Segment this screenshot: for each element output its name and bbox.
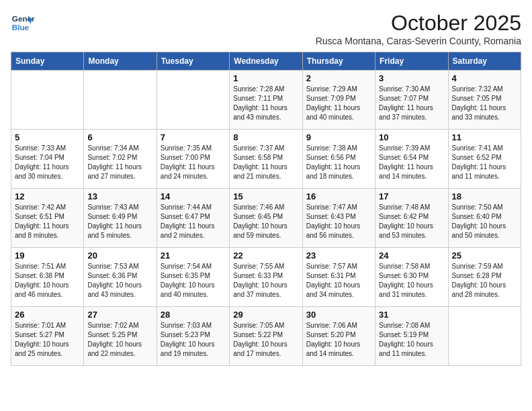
weekday-header-thursday: Thursday — [302, 52, 375, 71]
calendar-cell: 16Sunrise: 7:47 AM Sunset: 6:43 PM Dayli… — [302, 189, 375, 248]
calendar-cell — [11, 71, 84, 130]
title-block: October 2025 Rusca Montana, Caras-Severi… — [316, 11, 521, 46]
day-number: 8 — [233, 132, 298, 142]
calendar-week-row: 12Sunrise: 7:42 AM Sunset: 6:51 PM Dayli… — [11, 189, 521, 248]
weekday-header-monday: Monday — [84, 52, 157, 71]
weekday-header-sunday: Sunday — [11, 52, 84, 71]
day-info: Sunrise: 7:41 AM Sunset: 6:52 PM Dayligh… — [452, 144, 517, 181]
day-info: Sunrise: 7:57 AM Sunset: 6:31 PM Dayligh… — [306, 262, 371, 300]
day-number: 19 — [15, 250, 80, 261]
day-info: Sunrise: 7:43 AM Sunset: 6:49 PM Dayligh… — [87, 203, 152, 240]
day-number: 9 — [306, 132, 371, 142]
day-number: 5 — [15, 132, 80, 142]
day-info: Sunrise: 7:32 AM Sunset: 7:05 PM Dayligh… — [452, 85, 517, 122]
calendar-cell — [84, 71, 157, 130]
day-number: 26 — [15, 310, 80, 320]
day-info: Sunrise: 7:39 AM Sunset: 6:54 PM Dayligh… — [379, 144, 444, 181]
calendar-cell: 8Sunrise: 7:37 AM Sunset: 6:58 PM Daylig… — [230, 130, 302, 189]
calendar-cell: 18Sunrise: 7:50 AM Sunset: 6:40 PM Dayli… — [448, 189, 521, 248]
calendar-cell: 24Sunrise: 7:58 AM Sunset: 6:30 PM Dayli… — [375, 248, 448, 307]
calendar-cell: 29Sunrise: 7:05 AM Sunset: 5:22 PM Dayli… — [230, 307, 302, 366]
calendar-cell: 17Sunrise: 7:48 AM Sunset: 6:42 PM Dayli… — [375, 189, 448, 248]
calendar-cell: 11Sunrise: 7:41 AM Sunset: 6:52 PM Dayli… — [448, 130, 521, 189]
calendar-cell: 30Sunrise: 7:06 AM Sunset: 5:20 PM Dayli… — [302, 307, 375, 366]
day-number: 7 — [161, 132, 226, 142]
day-info: Sunrise: 7:42 AM Sunset: 6:51 PM Dayligh… — [15, 203, 80, 240]
day-info: Sunrise: 7:51 AM Sunset: 6:38 PM Dayligh… — [15, 262, 80, 300]
day-number: 1 — [233, 73, 298, 83]
day-info: Sunrise: 7:53 AM Sunset: 6:36 PM Dayligh… — [87, 262, 152, 300]
calendar-cell: 22Sunrise: 7:55 AM Sunset: 6:33 PM Dayli… — [230, 248, 302, 307]
day-info: Sunrise: 7:55 AM Sunset: 6:33 PM Dayligh… — [233, 262, 298, 300]
day-info: Sunrise: 7:47 AM Sunset: 6:43 PM Dayligh… — [306, 203, 371, 240]
weekday-header-saturday: Saturday — [448, 52, 521, 71]
calendar-cell: 1Sunrise: 7:28 AM Sunset: 7:11 PM Daylig… — [230, 71, 302, 130]
calendar-cell: 2Sunrise: 7:29 AM Sunset: 7:09 PM Daylig… — [302, 71, 375, 130]
page-header: General Blue October 2025 Rusca Montana,… — [11, 11, 521, 46]
day-number: 13 — [87, 191, 152, 201]
calendar-cell: 7Sunrise: 7:35 AM Sunset: 7:00 PM Daylig… — [157, 130, 229, 189]
day-number: 28 — [161, 310, 226, 320]
day-info: Sunrise: 7:35 AM Sunset: 7:00 PM Dayligh… — [161, 144, 226, 181]
day-info: Sunrise: 7:28 AM Sunset: 7:11 PM Dayligh… — [233, 85, 298, 122]
calendar-cell: 31Sunrise: 7:08 AM Sunset: 5:19 PM Dayli… — [375, 307, 448, 366]
calendar-week-row: 19Sunrise: 7:51 AM Sunset: 6:38 PM Dayli… — [11, 248, 521, 307]
day-info: Sunrise: 7:59 AM Sunset: 6:28 PM Dayligh… — [452, 262, 517, 300]
day-info: Sunrise: 7:05 AM Sunset: 5:22 PM Dayligh… — [233, 321, 298, 359]
day-info: Sunrise: 7:03 AM Sunset: 5:23 PM Dayligh… — [161, 321, 226, 359]
day-number: 29 — [233, 310, 298, 320]
weekday-header-wednesday: Wednesday — [230, 52, 302, 71]
day-number: 4 — [452, 73, 517, 83]
logo-icon: General Blue — [11, 11, 35, 35]
calendar-cell: 4Sunrise: 7:32 AM Sunset: 7:05 PM Daylig… — [448, 71, 521, 130]
calendar-cell: 21Sunrise: 7:54 AM Sunset: 6:35 PM Dayli… — [157, 248, 229, 307]
day-info: Sunrise: 7:33 AM Sunset: 7:04 PM Dayligh… — [15, 144, 80, 181]
day-number: 25 — [452, 250, 517, 261]
calendar-cell: 5Sunrise: 7:33 AM Sunset: 7:04 PM Daylig… — [11, 130, 84, 189]
day-number: 10 — [379, 132, 444, 142]
weekday-header-friday: Friday — [375, 52, 448, 71]
day-info: Sunrise: 7:54 AM Sunset: 6:35 PM Dayligh… — [161, 262, 226, 300]
day-number: 20 — [87, 250, 152, 261]
calendar-cell: 14Sunrise: 7:44 AM Sunset: 6:47 PM Dayli… — [157, 189, 229, 248]
day-number: 3 — [379, 73, 444, 83]
calendar-cell: 25Sunrise: 7:59 AM Sunset: 6:28 PM Dayli… — [448, 248, 521, 307]
month-title: October 2025 — [316, 11, 521, 36]
day-number: 2 — [306, 73, 371, 83]
day-info: Sunrise: 7:50 AM Sunset: 6:40 PM Dayligh… — [452, 203, 517, 240]
calendar-table: SundayMondayTuesdayWednesdayThursdayFrid… — [11, 52, 521, 366]
day-number: 12 — [15, 191, 80, 201]
day-info: Sunrise: 7:46 AM Sunset: 6:45 PM Dayligh… — [233, 203, 298, 240]
day-number: 21 — [161, 250, 226, 261]
calendar-week-row: 5Sunrise: 7:33 AM Sunset: 7:04 PM Daylig… — [11, 130, 521, 189]
day-number: 23 — [306, 250, 371, 261]
day-info: Sunrise: 7:08 AM Sunset: 5:19 PM Dayligh… — [379, 321, 444, 359]
day-number: 16 — [306, 191, 371, 201]
calendar-cell: 12Sunrise: 7:42 AM Sunset: 6:51 PM Dayli… — [11, 189, 84, 248]
calendar-cell: 3Sunrise: 7:30 AM Sunset: 7:07 PM Daylig… — [375, 71, 448, 130]
day-info: Sunrise: 7:44 AM Sunset: 6:47 PM Dayligh… — [161, 203, 226, 240]
day-info: Sunrise: 7:01 AM Sunset: 5:27 PM Dayligh… — [15, 321, 80, 359]
day-info: Sunrise: 7:02 AM Sunset: 5:25 PM Dayligh… — [87, 321, 152, 359]
day-number: 24 — [379, 250, 444, 261]
day-info: Sunrise: 7:38 AM Sunset: 6:56 PM Dayligh… — [306, 144, 371, 181]
calendar-cell: 10Sunrise: 7:39 AM Sunset: 6:54 PM Dayli… — [375, 130, 448, 189]
day-number: 11 — [452, 132, 517, 142]
day-info: Sunrise: 7:29 AM Sunset: 7:09 PM Dayligh… — [306, 85, 371, 122]
day-info: Sunrise: 7:34 AM Sunset: 7:02 PM Dayligh… — [87, 144, 152, 181]
logo: General Blue — [11, 11, 35, 35]
day-number: 22 — [233, 250, 298, 261]
day-number: 6 — [87, 132, 152, 142]
calendar-week-row: 1Sunrise: 7:28 AM Sunset: 7:11 PM Daylig… — [11, 71, 521, 130]
calendar-cell: 20Sunrise: 7:53 AM Sunset: 6:36 PM Dayli… — [84, 248, 157, 307]
day-info: Sunrise: 7:37 AM Sunset: 6:58 PM Dayligh… — [233, 144, 298, 181]
day-number: 31 — [379, 310, 444, 320]
day-info: Sunrise: 7:06 AM Sunset: 5:20 PM Dayligh… — [306, 321, 371, 359]
day-info: Sunrise: 7:48 AM Sunset: 6:42 PM Dayligh… — [379, 203, 444, 240]
calendar-cell: 19Sunrise: 7:51 AM Sunset: 6:38 PM Dayli… — [11, 248, 84, 307]
weekday-header-tuesday: Tuesday — [157, 52, 229, 71]
day-info: Sunrise: 7:30 AM Sunset: 7:07 PM Dayligh… — [379, 85, 444, 122]
calendar-cell: 9Sunrise: 7:38 AM Sunset: 6:56 PM Daylig… — [302, 130, 375, 189]
calendar-cell: 27Sunrise: 7:02 AM Sunset: 5:25 PM Dayli… — [84, 307, 157, 366]
day-info: Sunrise: 7:58 AM Sunset: 6:30 PM Dayligh… — [379, 262, 444, 300]
